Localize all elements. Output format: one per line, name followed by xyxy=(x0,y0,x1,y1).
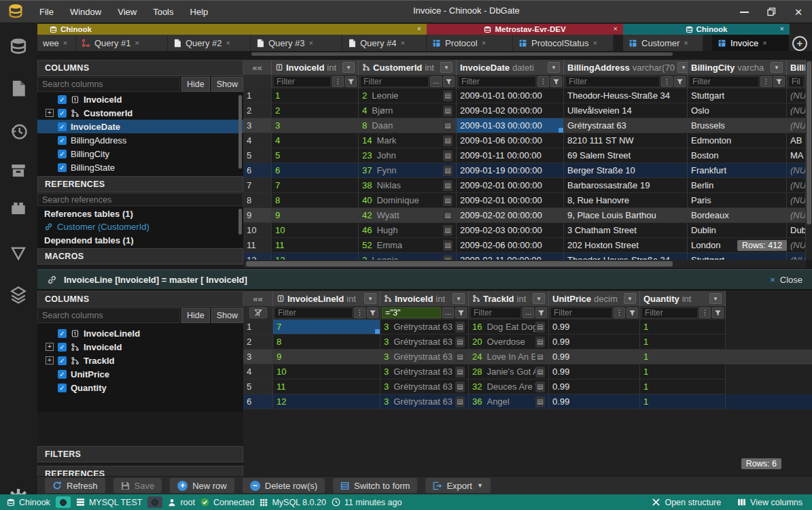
export-button[interactable]: Export ▼ xyxy=(425,478,491,493)
column-item-invoicelineid[interactable]: +✓ InvoiceLineId xyxy=(37,326,243,340)
filter-input[interactable] xyxy=(458,76,536,87)
document-icon[interactable]: ▤ xyxy=(443,105,453,116)
cell-customerid[interactable]: 8Daan▤ xyxy=(359,118,457,133)
cell-trackid[interactable]: 24Love In An Elevator▤ xyxy=(469,350,549,364)
cell-trackid[interactable]: 36Angel▤ xyxy=(469,394,549,409)
tab-group-metrostav[interactable]: Metrostav-Evr-DEV × xyxy=(427,24,623,35)
checkbox-checked[interactable]: ✓ xyxy=(58,136,67,145)
filter-ellipsis-icon[interactable]: … xyxy=(523,307,534,318)
document-icon[interactable]: ▤ xyxy=(443,240,453,251)
cell-billingcity[interactable]: Edmonton xyxy=(688,133,787,148)
open-structure-button[interactable]: Open structure xyxy=(652,498,721,507)
tab-protocol[interactable]: Protocol× xyxy=(427,35,513,51)
checkbox-checked[interactable]: ✓ xyxy=(58,163,67,172)
table-row[interactable]: 4 4 14Mark▤ 2009-01-06 00:00:00 8210 111… xyxy=(243,133,806,148)
column-menu-chevron-icon[interactable]: ▼ xyxy=(548,62,560,73)
row-number[interactable]: 7 xyxy=(243,178,272,193)
cell-invoiceid[interactable]: 6 xyxy=(272,163,359,178)
column-header-billingstate[interactable]: Billi xyxy=(787,60,806,75)
menu-file[interactable]: File xyxy=(33,5,60,18)
cell-invoicedate[interactable]: 2009-01-11 00:00:00 xyxy=(457,148,564,163)
filter-menu-icon[interactable]: ⋮ xyxy=(354,307,366,318)
cell-billingstate[interactable]: (NULL) xyxy=(787,118,806,133)
menu-view[interactable]: View xyxy=(111,5,143,18)
document-icon[interactable]: ▤ xyxy=(443,210,453,221)
server-color-swatch[interactable] xyxy=(147,496,162,508)
row-number[interactable]: 4 xyxy=(243,133,272,148)
document-icon[interactable]: ▤ xyxy=(443,255,453,260)
column-item-unitprice[interactable]: +✓ UnitPrice xyxy=(37,367,243,381)
cell-customerid[interactable]: 52Emma▤ xyxy=(359,238,457,253)
expand-icon[interactable]: + xyxy=(46,343,54,351)
filter-ellipsis-icon[interactable]: … xyxy=(430,76,442,87)
search-columns-input[interactable] xyxy=(37,77,180,92)
document-icon[interactable]: ▤ xyxy=(455,352,465,362)
table-row[interactable]: 1 1 2Leonie▤ 2009-01-01 00:00:00 Theodor… xyxy=(243,88,806,103)
document-icon[interactable]: ▤ xyxy=(443,225,453,236)
hide-button[interactable]: Hide xyxy=(181,308,210,323)
table-row[interactable]: 6 6 37Fynn▤ 2009-01-19 00:00:00 Berger S… xyxy=(243,163,806,178)
checkbox-checked[interactable]: ✓ xyxy=(58,343,67,352)
cell-invoicelineid[interactable]: 10 xyxy=(273,364,381,379)
tab-group-chinook-yellow[interactable]: Chinook × xyxy=(37,24,427,35)
cell-billingaddress[interactable]: 9, Place Louis Barthou xyxy=(564,208,688,223)
cell-customerid[interactable]: 37Fynn▤ xyxy=(359,163,457,178)
vertical-scrollbar[interactable] xyxy=(806,60,812,260)
cell-billingcity[interactable]: Stuttgart xyxy=(688,88,787,103)
scrollbar-thumb[interactable] xyxy=(246,261,673,267)
checkbox-checked[interactable]: ✓ xyxy=(58,356,67,365)
cell-customerid[interactable]: 2Leonie▤ xyxy=(359,88,457,103)
row-number[interactable]: 11 xyxy=(243,238,272,253)
cell-billingstate[interactable]: (NULL) xyxy=(787,163,806,178)
new-tab-button[interactable]: + xyxy=(792,36,807,51)
document-icon[interactable]: ▤ xyxy=(455,396,465,407)
cell-quantity[interactable]: 1 xyxy=(640,320,726,335)
document-icon[interactable]: ▤ xyxy=(455,337,465,347)
cell-invoiceid[interactable]: 3Grétrystraat 63▤ xyxy=(381,379,469,394)
expand-icon[interactable]: + xyxy=(46,109,54,117)
switch-to-form-button[interactable]: Switch to form xyxy=(333,478,417,493)
cell-invoiceid[interactable]: 8 xyxy=(272,193,359,208)
cell-billingaddress[interactable]: Theodor-Heuss-Straße 34 xyxy=(564,253,688,260)
column-item-invoiceid[interactable]: +✓ InvoiceId xyxy=(37,92,243,106)
triangle-filter-icon[interactable] xyxy=(10,244,27,262)
document-icon[interactable]: ▤ xyxy=(443,135,453,146)
document-icon[interactable]: ▤ xyxy=(443,180,453,191)
table-row[interactable]: 7 7 38Niklas▤ 2009-02-01 00:00:00 Barbar… xyxy=(243,178,806,193)
row-number[interactable]: 10 xyxy=(243,223,272,238)
cell-invoiceid[interactable]: 3Grétrystraat 63▤ xyxy=(381,320,469,335)
cell-billingstate[interactable]: (NULL) xyxy=(787,178,806,193)
document-icon[interactable]: ▤ xyxy=(443,150,453,161)
cell-billingstate[interactable]: (NULL) xyxy=(787,103,806,118)
column-menu-chevron-icon[interactable]: ▼ xyxy=(771,62,783,73)
table-row[interactable]: 6 12 3Grétrystraat 63▤ 36Angel▤ 0.99 1 xyxy=(243,394,812,409)
funnel-icon[interactable] xyxy=(550,76,562,87)
cell-billingaddress[interactable]: 8, Rue Hanovre xyxy=(564,193,688,208)
cell-invoicedate[interactable]: 2009-02-06 00:00:00 xyxy=(457,238,564,253)
cell-invoiceid[interactable]: 11 xyxy=(272,238,359,253)
cell-invoiceid[interactable]: 3Grétrystraat 63▤ xyxy=(381,364,469,379)
tab-close-icon[interactable]: × xyxy=(482,39,486,47)
filter-menu-icon[interactable]: ⋮ xyxy=(537,76,549,87)
files-icon[interactable] xyxy=(10,80,27,97)
document-icon[interactable]: ▤ xyxy=(455,322,465,333)
references-section-header[interactable]: REFERENCES xyxy=(37,176,243,192)
group-close-icon[interactable]: × xyxy=(417,24,421,33)
document-icon[interactable]: ▤ xyxy=(535,396,545,407)
column-item-trackid[interactable]: +✓ TrackId xyxy=(37,354,243,367)
cell-invoicelineid-selected[interactable]: 7 xyxy=(273,320,381,335)
filter-input[interactable] xyxy=(470,307,521,318)
cell-unitprice[interactable]: 0.99 xyxy=(549,364,640,379)
filter-input[interactable] xyxy=(788,76,804,87)
funnel-icon[interactable] xyxy=(455,307,467,318)
cell-customerid[interactable]: 23John▤ xyxy=(359,148,457,163)
row-number[interactable]: 3 xyxy=(243,118,272,133)
statusbar-server[interactable]: MYSQL TEST xyxy=(76,498,143,507)
row-number[interactable]: 4 xyxy=(243,364,273,379)
filter-off-icon[interactable] xyxy=(249,307,267,318)
columns-section-header[interactable]: COLUMNS xyxy=(37,60,243,76)
funnel-icon[interactable] xyxy=(345,76,357,87)
column-item-quantity[interactable]: +✓ Quantity xyxy=(37,381,243,394)
table-row[interactable]: 2 8 3Grétrystraat 63▤ 20Overdose▤ 0.99 1 xyxy=(243,335,812,350)
filter-input[interactable] xyxy=(550,307,612,318)
